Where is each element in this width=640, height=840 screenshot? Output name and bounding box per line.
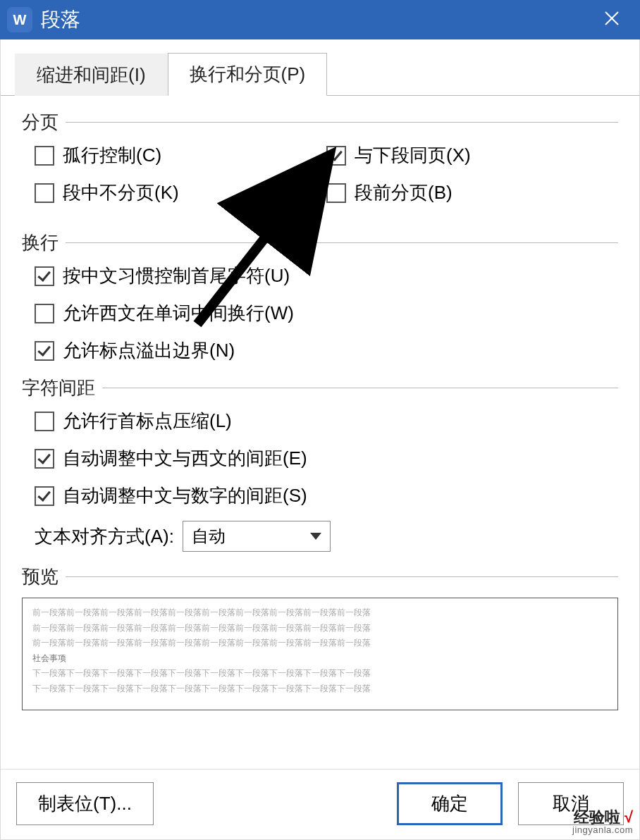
label-text-alignment: 文本对齐方式(A): bbox=[35, 524, 174, 549]
app-icon: W bbox=[7, 7, 32, 32]
preview-line: 下一段落下一段落下一段落下一段落下一段落下一段落下一段落下一段落下一段落下一段落 bbox=[32, 666, 608, 681]
tab-strip: 缩进和间距(I) 换行和分页(P) bbox=[1, 39, 639, 96]
preview-highlight: 社会事项 bbox=[32, 651, 608, 667]
checkbox-compress-punctuation[interactable] bbox=[35, 412, 54, 431]
checkbox-adjust-cjk-latin[interactable] bbox=[35, 449, 54, 469]
close-button[interactable] bbox=[591, 8, 633, 32]
tabs-button[interactable]: 制表位(T)... bbox=[16, 782, 154, 825]
section-spacing-title: 字符间距 bbox=[22, 376, 95, 400]
label-hanging-punctuation: 允许标点溢出边界(N) bbox=[63, 338, 235, 363]
checkbox-widow-control[interactable] bbox=[35, 146, 54, 166]
preview-line: 下一段落下一段落下一段落下一段落下一段落下一段落下一段落下一段落下一段落下一段落 bbox=[32, 681, 608, 697]
label-page-break-before: 段前分页(B) bbox=[355, 180, 453, 205]
dialog-title: 段落 bbox=[41, 6, 591, 33]
watermark-url: jingyanla.com bbox=[572, 825, 633, 834]
section-preview: 预览 前一段落前一段落前一段落前一段落前一段落前一段落前一段落前一段落前一段落前… bbox=[22, 564, 618, 710]
checkbox-keep-with-next[interactable] bbox=[326, 146, 346, 166]
watermark-check-icon: √ bbox=[624, 808, 633, 826]
tab-line-page-breaks[interactable]: 换行和分页(P) bbox=[168, 53, 328, 96]
preview-line: 前一段落前一段落前一段落前一段落前一段落前一段落前一段落前一段落前一段落前一段落 bbox=[32, 621, 608, 636]
dialog-body: 缩进和间距(I) 换行和分页(P) 分页 孤行控制(C) 段中不分页(K) bbox=[0, 39, 640, 840]
watermark-text: 经验啦 bbox=[574, 808, 620, 826]
section-preview-title: 预览 bbox=[22, 564, 59, 589]
label-cjk-line-break: 按中文习惯控制首尾字符(U) bbox=[63, 264, 290, 288]
tab-content: 分页 孤行控制(C) 段中不分页(K) bbox=[1, 96, 639, 769]
divider bbox=[66, 122, 618, 123]
select-text-alignment[interactable]: 自动 bbox=[183, 521, 331, 552]
checkbox-hanging-punctuation[interactable] bbox=[35, 341, 54, 361]
label-adjust-cjk-number: 自动调整中文与数字的间距(S) bbox=[63, 483, 307, 508]
checkbox-latin-word-wrap[interactable] bbox=[35, 304, 54, 323]
preview-line: 前一段落前一段落前一段落前一段落前一段落前一段落前一段落前一段落前一段落前一段落 bbox=[32, 605, 608, 621]
section-char-spacing: 字符间距 允许行首标点压缩(L) 自动调整中文与西文的间距(E) 自动调整中文与… bbox=[22, 376, 618, 552]
titlebar: W 段落 bbox=[0, 0, 640, 39]
label-widow-control: 孤行控制(C) bbox=[63, 143, 161, 168]
divider bbox=[66, 242, 618, 243]
section-line-wrap: 换行 按中文习惯控制首尾字符(U) 允许西文在单词中间换行(W) 允许标点溢出边… bbox=[22, 230, 618, 363]
tab-indent-spacing[interactable]: 缩进和间距(I) bbox=[15, 54, 168, 96]
watermark: 经验啦 √ jingyanla.com bbox=[572, 810, 633, 834]
label-compress-punctuation: 允许行首标点压缩(L) bbox=[63, 409, 232, 433]
chevron-down-icon bbox=[310, 533, 321, 540]
section-pagination: 分页 孤行控制(C) 段中不分页(K) bbox=[22, 110, 618, 218]
preview-box: 前一段落前一段落前一段落前一段落前一段落前一段落前一段落前一段落前一段落前一段落… bbox=[22, 598, 618, 710]
dialog-footer: 制表位(T)... 确定 取消 bbox=[1, 769, 639, 839]
label-latin-word-wrap: 允许西文在单词中间换行(W) bbox=[63, 301, 294, 326]
divider bbox=[66, 576, 618, 577]
app-icon-letter: W bbox=[13, 12, 27, 28]
label-adjust-cjk-latin: 自动调整中文与西文的间距(E) bbox=[63, 446, 307, 471]
select-text-alignment-value: 自动 bbox=[192, 525, 226, 548]
label-keep-lines-together: 段中不分页(K) bbox=[63, 180, 179, 205]
section-pagination-title: 分页 bbox=[22, 110, 59, 135]
checkbox-adjust-cjk-number[interactable] bbox=[35, 486, 54, 506]
preview-line: 前一段落前一段落前一段落前一段落前一段落前一段落前一段落前一段落前一段落前一段落 bbox=[32, 636, 608, 651]
divider bbox=[102, 388, 618, 388]
label-keep-with-next: 与下段同页(X) bbox=[355, 143, 471, 168]
section-wrap-title: 换行 bbox=[22, 230, 59, 255]
close-icon bbox=[603, 10, 620, 27]
checkbox-cjk-line-break[interactable] bbox=[35, 266, 54, 286]
checkbox-keep-lines-together[interactable] bbox=[35, 183, 54, 203]
ok-button[interactable]: 确定 bbox=[397, 782, 503, 825]
checkbox-page-break-before[interactable] bbox=[326, 183, 346, 203]
